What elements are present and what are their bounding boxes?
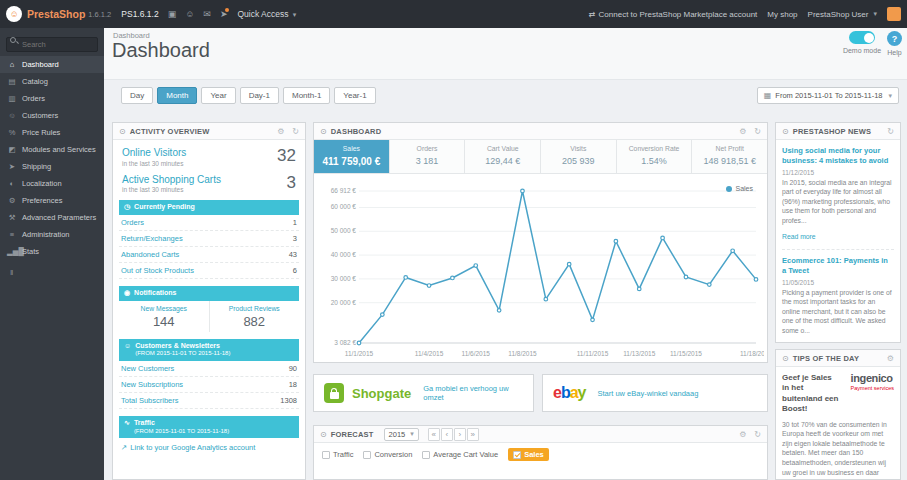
new-messages-cell[interactable]: New Messages144 [119, 301, 209, 332]
active-carts-stat: Active Shopping Carts in the last 30 min… [113, 167, 305, 194]
row-label: Orders [121, 218, 144, 227]
date-range-picker[interactable]: ▦ From 2015-11-01 To 2015-11-18 ▾ [757, 87, 899, 104]
kpi-sales[interactable]: Sales411 759,00 € [314, 140, 390, 173]
next-page-button[interactable]: › [454, 428, 466, 441]
svg-text:11/11/2015: 11/11/2015 [577, 350, 609, 357]
shop-name[interactable]: PS1.6.1.2 [121, 9, 158, 19]
help-icon[interactable]: ? [887, 31, 902, 46]
sidebar-item-label: Customers [22, 111, 58, 120]
forecast-panel-header: ⊙ FORECAST 2015▾ « ‹ › » ⚙ ↻ [314, 426, 767, 443]
demo-mode-toggle[interactable] [849, 31, 875, 44]
page-title: Dashboard [112, 39, 210, 62]
sidebar-item-stats[interactable]: ▂▅█Stats [0, 243, 104, 260]
kpi-net-profit[interactable]: Net Profit148 918,51 € [692, 140, 767, 173]
sidebar-item-preferences[interactable]: ⚙Preferences [0, 192, 104, 209]
first-page-button[interactable]: « [428, 428, 440, 441]
forecast-toggle-sales[interactable]: Sales [508, 448, 549, 461]
kpi-row: Sales411 759,00 € Orders3 181 Cart Value… [314, 140, 767, 174]
gear-icon[interactable]: ⚙ [739, 127, 746, 136]
sidebar-item-orders[interactable]: ▥Orders [0, 90, 104, 107]
svg-text:3 082 €: 3 082 € [334, 339, 356, 346]
read-more-link[interactable]: Read more [782, 233, 816, 240]
updates-icon[interactable]: ➤ [220, 9, 228, 19]
range-year-button[interactable]: Year [201, 87, 235, 104]
cart-icon[interactable]: ▣ [168, 9, 177, 19]
sidebar-item-label: Localization [22, 179, 62, 188]
kpi-value: 148 918,51 € [694, 156, 765, 166]
news-list: Using social media for your business: 4 … [776, 140, 900, 343]
ebay-link[interactable]: Start uw eBay-winkel vandaag [598, 389, 699, 398]
pending-rows: Orders1 Return/Exchanges3 Abandoned Cart… [119, 215, 299, 279]
kpi-orders[interactable]: Orders3 181 [390, 140, 466, 173]
marketplace-link[interactable]: ⇄Connect to PrestaShop Marketplace accou… [589, 10, 757, 19]
sidebar-item-localization[interactable]: ◐Localization [0, 175, 104, 192]
search-input[interactable] [6, 37, 98, 52]
range-month-button[interactable]: Month [157, 87, 197, 104]
range-year-1-button[interactable]: Year-1 [334, 87, 375, 104]
people-icon: ☺ [124, 342, 131, 349]
sidebar-item-advanced-parameters[interactable]: ⚒Advanced Parameters [0, 209, 104, 226]
forecast-toggle-traffic[interactable]: Traffic [322, 450, 353, 459]
range-day-1-button[interactable]: Day-1 [240, 87, 279, 104]
sidebar-item-catalog[interactable]: ▤Catalog [0, 73, 104, 90]
customer-icon[interactable]: ☺ [185, 9, 194, 19]
sidebar-item-price-rules[interactable]: %Price Rules [0, 124, 104, 141]
gear-icon[interactable]: ⚙ [277, 127, 284, 136]
my-shop-link[interactable]: My shop [767, 10, 797, 19]
sidebar-item-label: Modules and Services [22, 145, 96, 154]
kpi-label: Net Profit [694, 145, 765, 152]
row-total-subscribers[interactable]: Total Subscribers1308 [119, 393, 299, 409]
refresh-icon[interactable]: ↻ [292, 127, 299, 136]
pending-row-abandoned-carts[interactable]: Abandoned Carts43 [119, 247, 299, 263]
user-menu[interactable]: PrestaShop User▾ [808, 10, 877, 19]
tips-panel-title: TIPS OF THE DAY [793, 354, 859, 363]
news-article-title[interactable]: Using social media for your business: 4 … [782, 146, 894, 166]
pending-row-returns[interactable]: Return/Exchanges3 [119, 231, 299, 247]
sidebar-item-customers[interactable]: ☺Customers [0, 107, 104, 124]
kpi-cart-value[interactable]: Cart Value129,44 € [465, 140, 541, 173]
dashboard-panel-title: DASHBOARD [331, 127, 382, 136]
kpi-conversion-rate[interactable]: Conversion Rate1.54% [617, 140, 693, 173]
customers-title: Customers & Newsletters [135, 342, 220, 349]
gear-icon[interactable]: ⚙ [887, 354, 894, 363]
forecast-toggle-average-cart-value[interactable]: Average Cart Value [422, 450, 498, 459]
panel-forecast: ⊙ FORECAST 2015▾ « ‹ › » ⚙ ↻ Traffic Con… [313, 425, 768, 480]
section-header-traffic: ∿ Traffic(FROM 2015-11-01 TO 2015-11-18) [119, 416, 299, 438]
row-value: 90 [289, 364, 297, 373]
refresh-icon[interactable]: ↻ [887, 127, 894, 136]
quick-access-menu[interactable]: Quick Access ▾ [237, 9, 296, 19]
sidebar-item-shipping[interactable]: ➤Shipping [0, 158, 104, 175]
sidebar-item-administration[interactable]: ≡Administration [0, 226, 104, 243]
row-value: 1 [293, 218, 297, 227]
prev-page-button[interactable]: ‹ [441, 428, 453, 441]
shopgate-link[interactable]: Ga mobiel en verhoog uw omzet [423, 384, 523, 402]
panel-tips-of-the-day: ⊙ TIPS OF THE DAY ⚙ Geef je Sales in het… [775, 349, 901, 480]
refresh-icon[interactable]: ↻ [754, 430, 761, 439]
kpi-visits[interactable]: Visits205 939 [541, 140, 617, 173]
last-page-button[interactable]: » [467, 428, 479, 441]
row-new-subscriptions[interactable]: New Subscriptions18 [119, 377, 299, 393]
google-analytics-link[interactable]: ↗ Link to your Google Analytics account [119, 438, 299, 457]
product-reviews-cell[interactable]: Product Reviews882 [209, 301, 300, 332]
kpi-value: 1.54% [619, 156, 690, 166]
row-new-customers[interactable]: New Customers90 [119, 361, 299, 377]
gear-icon[interactable]: ⚙ [739, 430, 746, 439]
pending-row-out-of-stock[interactable]: Out of Stock Products6 [119, 263, 299, 279]
tips-body: 30 tot 70% van de consumenten in Europa … [776, 415, 900, 480]
sidebar-item-dashboard[interactable]: ⌂Dashboard [0, 56, 104, 73]
collapse-menu-icon[interactable]: ‖ [0, 268, 104, 277]
avatar[interactable] [887, 7, 901, 21]
messages-icon[interactable]: ✉ [203, 9, 211, 19]
forecast-toggle-conversion[interactable]: Conversion [363, 450, 412, 459]
chevron-down-icon: ▾ [873, 10, 877, 18]
row-label: Out of Stock Products [121, 266, 194, 275]
legend-label: Sales [735, 185, 753, 192]
pending-row-orders[interactable]: Orders1 [119, 215, 299, 231]
refresh-icon[interactable]: ↻ [754, 127, 761, 136]
sidebar-item-modules[interactable]: ◩Modules and Services [0, 141, 104, 158]
chevron-down-icon: ▾ [410, 430, 414, 438]
range-month-1-button[interactable]: Month-1 [283, 87, 330, 104]
range-day-button[interactable]: Day [121, 87, 153, 104]
news-article-title[interactable]: Ecommerce 101: Payments in a Tweet [782, 256, 894, 276]
year-select[interactable]: 2015▾ [384, 428, 419, 441]
